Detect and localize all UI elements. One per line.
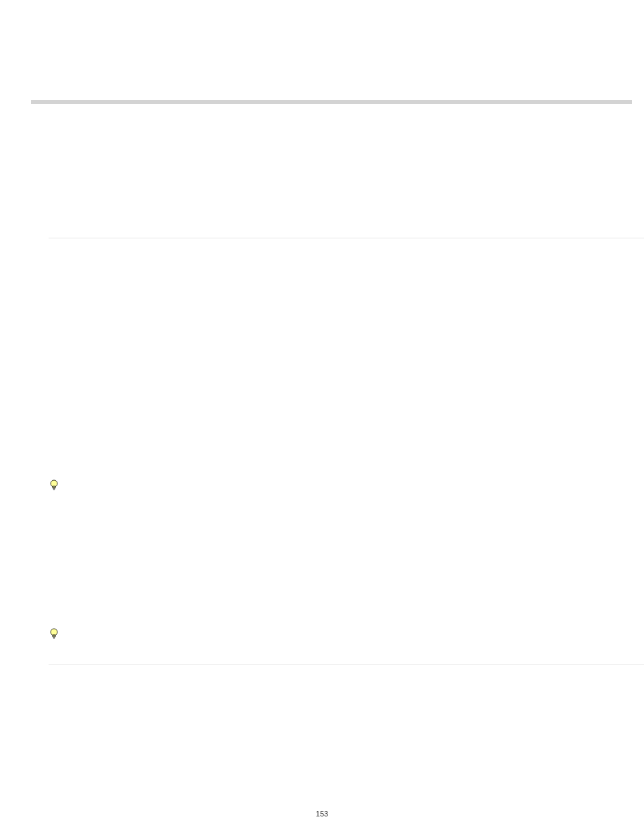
svg-point-3 (51, 629, 57, 635)
svg-point-2 (53, 489, 55, 490)
svg-point-0 (51, 480, 57, 487)
page-number: 153 (0, 810, 644, 818)
svg-point-5 (53, 637, 55, 639)
lightbulb-icon (49, 628, 59, 639)
section-divider (49, 238, 644, 238)
lightbulb-icon (49, 479, 59, 490)
section-divider (49, 664, 644, 665)
header-divider (31, 100, 632, 104)
